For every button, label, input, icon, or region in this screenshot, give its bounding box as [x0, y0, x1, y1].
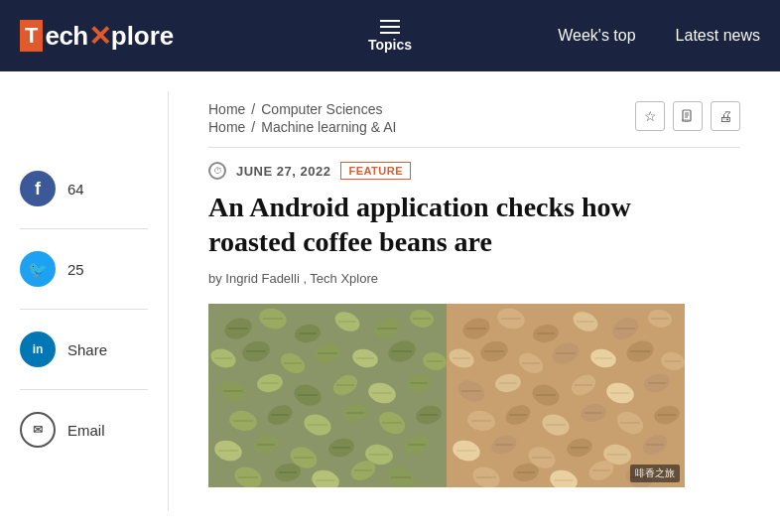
logo-t-icon: T [20, 20, 43, 52]
twitter-icon: 🐦 [20, 251, 56, 287]
topics-menu[interactable]: Topics [368, 20, 412, 53]
main-container: f 64 🐦 25 in Share ✉ Email Home / Comput… [0, 71, 780, 531]
linkedin-label: Share [67, 341, 107, 358]
breadcrumb-wrapper: Home / Computer Sciences Home / Machine … [208, 101, 740, 148]
coffee-image-right: 啡香之旅 [447, 304, 685, 487]
print-icon[interactable]: 🖨 [711, 101, 740, 131]
breadcrumb-sep1: / [251, 101, 255, 117]
article-main: Home / Computer Sciences Home / Machine … [169, 91, 780, 511]
twitter-share[interactable]: 🐦 25 [20, 251, 148, 310]
pdf-icon[interactable]: PDF [673, 101, 703, 131]
facebook-icon: f [20, 171, 56, 206]
article-date: JUNE 27, 2022 [236, 164, 330, 179]
bookmark-icon[interactable]: ☆ [635, 101, 665, 131]
breadcrumb-home1[interactable]: Home [208, 101, 245, 117]
site-header: T ech ✕ plore Topics Week's top Latest n… [0, 0, 780, 71]
logo-plore: plore [111, 21, 175, 52]
logo-x-icon: ✕ [88, 20, 111, 53]
topics-label: Topics [368, 37, 412, 53]
latest-news-link[interactable]: Latest news [676, 27, 760, 45]
hamburger-icon [380, 20, 400, 34]
svg-text:PDF: PDF [682, 118, 691, 123]
linkedin-icon: in [20, 332, 56, 367]
clock-icon: ⏱ [208, 162, 226, 180]
watermark: 啡香之旅 [630, 465, 680, 482]
article-title: An Android application checks how roaste… [208, 190, 705, 259]
linkedin-share[interactable]: in Share [20, 332, 148, 390]
feature-badge: FEATURE [340, 162, 411, 180]
breadcrumb-computer-sciences[interactable]: Computer Sciences [261, 101, 382, 117]
breadcrumb-ml-ai[interactable]: Machine learning & AI [261, 119, 396, 135]
email-icon: ✉ [20, 412, 56, 448]
twitter-count: 25 [67, 261, 84, 278]
breadcrumb-home2[interactable]: Home [208, 119, 245, 135]
social-sidebar: f 64 🐦 25 in Share ✉ Email [0, 91, 169, 511]
facebook-count: 64 [67, 181, 84, 198]
article-byline: by Ingrid Fadelli , Tech Xplore [208, 271, 740, 286]
email-label: Email [67, 422, 105, 439]
article-action-icons: ☆ PDF 🖨 [635, 101, 740, 131]
logo-ech: ech [45, 21, 87, 52]
coffee-image-left [208, 304, 447, 487]
weeks-top-link[interactable]: Week's top [558, 27, 635, 45]
article-meta: ⏱ JUNE 27, 2022 FEATURE [208, 162, 740, 180]
main-nav: Week's top Latest news [558, 27, 760, 45]
site-logo[interactable]: T ech ✕ plore [20, 20, 174, 53]
facebook-share[interactable]: f 64 [20, 171, 148, 229]
article-image: 啡香之旅 [208, 304, 685, 487]
email-share[interactable]: ✉ Email [20, 412, 148, 469]
breadcrumb-sep2: / [251, 119, 255, 135]
